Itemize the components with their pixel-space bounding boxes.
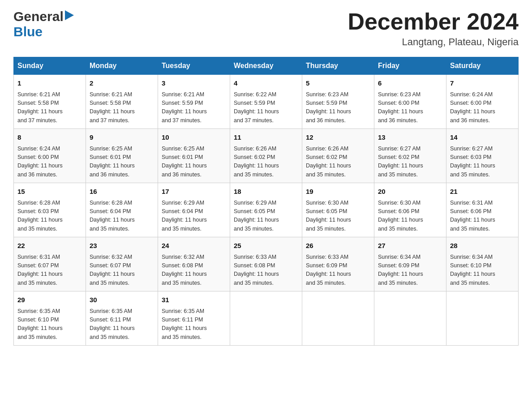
day-info: Sunrise: 6:34 AMSunset: 6:09 PMDaylight:… <box>378 253 442 288</box>
header-cell-tuesday: Tuesday <box>158 57 230 75</box>
calendar-cell: 15Sunrise: 6:28 AMSunset: 6:03 PMDayligh… <box>14 183 86 237</box>
day-number: 25 <box>234 241 298 251</box>
calendar-cell: 5Sunrise: 6:23 AMSunset: 5:59 PMDaylight… <box>302 75 374 129</box>
calendar-cell: 17Sunrise: 6:29 AMSunset: 6:04 PMDayligh… <box>158 183 230 237</box>
calendar-cell: 24Sunrise: 6:32 AMSunset: 6:08 PMDayligh… <box>158 237 230 291</box>
calendar-cell <box>374 291 446 346</box>
calendar-cell: 13Sunrise: 6:27 AMSunset: 6:02 PMDayligh… <box>374 129 446 183</box>
day-number: 24 <box>162 241 226 251</box>
day-number: 8 <box>17 133 82 143</box>
calendar-cell: 23Sunrise: 6:32 AMSunset: 6:07 PMDayligh… <box>86 237 158 291</box>
calendar-cell: 11Sunrise: 6:26 AMSunset: 6:02 PMDayligh… <box>230 129 302 183</box>
day-number: 12 <box>306 133 370 143</box>
day-number: 4 <box>234 78 298 89</box>
day-info: Sunrise: 6:24 AMSunset: 6:00 PMDaylight:… <box>450 90 515 125</box>
day-info: Sunrise: 6:35 AMSunset: 6:11 PMDaylight:… <box>90 307 154 342</box>
day-info: Sunrise: 6:21 AMSunset: 5:58 PMDaylight:… <box>90 90 154 125</box>
day-info: Sunrise: 6:32 AMSunset: 6:08 PMDaylight:… <box>162 253 226 288</box>
calendar-cell: 6Sunrise: 6:23 AMSunset: 6:00 PMDaylight… <box>374 75 446 129</box>
day-info: Sunrise: 6:26 AMSunset: 6:02 PMDaylight:… <box>306 145 370 180</box>
day-info: Sunrise: 6:30 AMSunset: 6:06 PMDaylight:… <box>378 199 442 234</box>
calendar-cell: 8Sunrise: 6:24 AMSunset: 6:00 PMDaylight… <box>14 129 86 183</box>
day-info: Sunrise: 6:27 AMSunset: 6:03 PMDaylight:… <box>450 145 515 180</box>
day-number: 6 <box>378 78 442 89</box>
day-info: Sunrise: 6:35 AMSunset: 6:11 PMDaylight:… <box>162 307 226 342</box>
day-number: 3 <box>162 78 226 89</box>
day-info: Sunrise: 6:32 AMSunset: 6:07 PMDaylight:… <box>90 253 154 288</box>
logo-general-text: General <box>13 9 64 24</box>
day-number: 22 <box>17 241 82 251</box>
week-row-5: 29Sunrise: 6:35 AMSunset: 6:10 PMDayligh… <box>14 291 519 346</box>
calendar-cell <box>446 291 519 346</box>
day-info: Sunrise: 6:31 AMSunset: 6:06 PMDaylight:… <box>450 199 515 234</box>
week-row-2: 8Sunrise: 6:24 AMSunset: 6:00 PMDaylight… <box>14 129 519 183</box>
calendar-cell: 1Sunrise: 6:21 AMSunset: 5:58 PMDaylight… <box>14 75 86 129</box>
day-number: 28 <box>450 241 515 251</box>
svg-marker-0 <box>65 10 74 20</box>
calendar-cell: 18Sunrise: 6:29 AMSunset: 6:05 PMDayligh… <box>230 183 302 237</box>
day-number: 7 <box>450 78 515 89</box>
day-number: 23 <box>90 241 154 251</box>
calendar-cell: 10Sunrise: 6:25 AMSunset: 6:01 PMDayligh… <box>158 129 230 183</box>
header-cell-wednesday: Wednesday <box>230 57 302 75</box>
day-info: Sunrise: 6:30 AMSunset: 6:05 PMDaylight:… <box>306 199 370 234</box>
calendar-cell: 25Sunrise: 6:33 AMSunset: 6:08 PMDayligh… <box>230 237 302 291</box>
day-number: 5 <box>306 78 370 89</box>
header-row: SundayMondayTuesdayWednesdayThursdayFrid… <box>14 57 519 75</box>
calendar-cell: 19Sunrise: 6:30 AMSunset: 6:05 PMDayligh… <box>302 183 374 237</box>
calendar-subtitle: Langtang, Plateau, Nigeria <box>348 36 519 48</box>
header-cell-sunday: Sunday <box>14 57 86 75</box>
day-number: 30 <box>90 295 154 305</box>
calendar-header: SundayMondayTuesdayWednesdayThursdayFrid… <box>14 57 519 75</box>
day-number: 27 <box>378 241 442 251</box>
day-info: Sunrise: 6:25 AMSunset: 6:01 PMDaylight:… <box>90 145 154 180</box>
day-number: 15 <box>17 187 82 197</box>
logo-blue-text: Blue <box>13 24 43 39</box>
day-info: Sunrise: 6:26 AMSunset: 6:02 PMDaylight:… <box>234 145 298 180</box>
calendar-cell: 16Sunrise: 6:28 AMSunset: 6:04 PMDayligh… <box>86 183 158 237</box>
calendar-cell: 14Sunrise: 6:27 AMSunset: 6:03 PMDayligh… <box>446 129 519 183</box>
calendar-cell: 28Sunrise: 6:34 AMSunset: 6:10 PMDayligh… <box>446 237 519 291</box>
week-row-3: 15Sunrise: 6:28 AMSunset: 6:03 PMDayligh… <box>14 183 519 237</box>
calendar-cell: 9Sunrise: 6:25 AMSunset: 6:01 PMDaylight… <box>86 129 158 183</box>
calendar-cell: 26Sunrise: 6:33 AMSunset: 6:09 PMDayligh… <box>302 237 374 291</box>
day-info: Sunrise: 6:28 AMSunset: 6:04 PMDaylight:… <box>90 199 154 234</box>
header-cell-saturday: Saturday <box>446 57 519 75</box>
day-info: Sunrise: 6:33 AMSunset: 6:08 PMDaylight:… <box>234 253 298 288</box>
header-cell-thursday: Thursday <box>302 57 374 75</box>
calendar-cell: 4Sunrise: 6:22 AMSunset: 5:59 PMDaylight… <box>230 75 302 129</box>
day-info: Sunrise: 6:28 AMSunset: 6:03 PMDaylight:… <box>17 199 82 234</box>
calendar-cell: 22Sunrise: 6:31 AMSunset: 6:07 PMDayligh… <box>14 237 86 291</box>
day-number: 13 <box>378 133 442 143</box>
header-cell-monday: Monday <box>86 57 158 75</box>
day-number: 10 <box>162 133 226 143</box>
logo: General Blue <box>13 9 75 39</box>
week-row-1: 1Sunrise: 6:21 AMSunset: 5:58 PMDaylight… <box>14 75 519 129</box>
calendar-cell: 3Sunrise: 6:21 AMSunset: 5:59 PMDaylight… <box>158 75 230 129</box>
day-number: 20 <box>378 187 442 197</box>
calendar-cell: 7Sunrise: 6:24 AMSunset: 6:00 PMDaylight… <box>446 75 519 129</box>
day-number: 17 <box>162 187 226 197</box>
calendar-body: 1Sunrise: 6:21 AMSunset: 5:58 PMDaylight… <box>14 75 519 346</box>
week-row-4: 22Sunrise: 6:31 AMSunset: 6:07 PMDayligh… <box>14 237 519 291</box>
calendar-table: SundayMondayTuesdayWednesdayThursdayFrid… <box>13 57 519 346</box>
day-info: Sunrise: 6:23 AMSunset: 5:59 PMDaylight:… <box>306 90 370 125</box>
calendar-cell <box>302 291 374 346</box>
day-number: 31 <box>162 295 226 305</box>
title-block: December 2024 Langtang, Plateau, Nigeria <box>348 9 519 48</box>
calendar-cell: 29Sunrise: 6:35 AMSunset: 6:10 PMDayligh… <box>14 291 86 346</box>
day-number: 29 <box>17 295 82 305</box>
day-info: Sunrise: 6:33 AMSunset: 6:09 PMDaylight:… <box>306 253 370 288</box>
day-number: 2 <box>90 78 154 89</box>
page-header: General Blue December 2024 Langtang, Pla… <box>13 9 519 48</box>
calendar-cell <box>230 291 302 346</box>
day-info: Sunrise: 6:24 AMSunset: 6:00 PMDaylight:… <box>17 145 82 180</box>
calendar-cell: 12Sunrise: 6:26 AMSunset: 6:02 PMDayligh… <box>302 129 374 183</box>
calendar-cell: 21Sunrise: 6:31 AMSunset: 6:06 PMDayligh… <box>446 183 519 237</box>
day-info: Sunrise: 6:23 AMSunset: 6:00 PMDaylight:… <box>378 90 442 125</box>
calendar-title: December 2024 <box>348 9 519 34</box>
header-cell-friday: Friday <box>374 57 446 75</box>
day-number: 18 <box>234 187 298 197</box>
logo-arrow-icon <box>65 10 74 22</box>
calendar-cell: 2Sunrise: 6:21 AMSunset: 5:58 PMDaylight… <box>86 75 158 129</box>
